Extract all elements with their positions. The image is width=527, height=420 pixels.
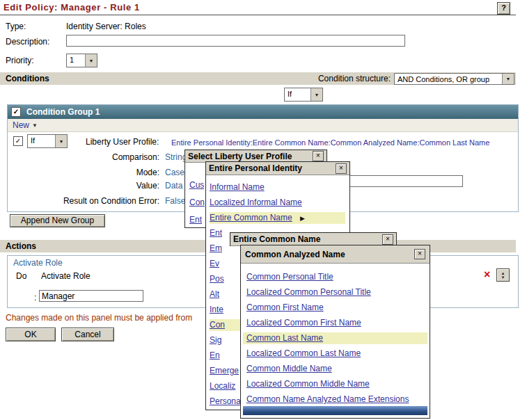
condition-structure-label: Condition structure: xyxy=(318,74,391,83)
close-icon[interactable]: × xyxy=(313,151,324,161)
condition-structure-select[interactable]: AND Conditions, OR group ▼ xyxy=(394,73,514,85)
popup-entire-common-name: Entire Common Name × xyxy=(230,232,397,246)
menu-item-label[interactable]: Ev xyxy=(210,259,219,268)
apply-note: Changes made on this panel must be appli… xyxy=(6,313,192,323)
role-name-input[interactable] xyxy=(39,290,143,302)
condition-group-title: Condition Group 1 xyxy=(26,107,100,117)
new-menu[interactable]: New ▼ xyxy=(8,119,518,132)
popup-title-bar: Entire Personal Identity × xyxy=(206,162,349,175)
description-label: Description: xyxy=(6,37,49,47)
param-colon-label: : xyxy=(34,293,36,302)
liberty-profile-label: Liberty User Profile: xyxy=(86,137,159,147)
conditions-section-bar: Conditions Condition structure: AND Cond… xyxy=(0,72,516,85)
if-select-value: If xyxy=(285,88,310,101)
append-new-group-button[interactable]: Append New Group xyxy=(10,214,105,227)
dropdown-arrow-icon: ▼ xyxy=(85,54,97,67)
menu-item-entire-common-name[interactable]: Entire Common Name ▶ xyxy=(210,212,345,224)
menu-item[interactable]: Common First Name xyxy=(246,302,425,314)
type-value: Identity Server: Roles xyxy=(66,22,146,31)
menu-item-label[interactable]: Em xyxy=(210,243,222,253)
menu-item[interactable]: Localized Informal Name xyxy=(210,197,345,209)
menu-item-label[interactable]: Common Last Name xyxy=(246,333,323,343)
condition-if-select[interactable]: If ▼ xyxy=(27,134,68,148)
menu-item[interactable]: Localized Common Last Name xyxy=(246,348,425,360)
menu-item-label[interactable]: Localized Common Last Name xyxy=(246,348,361,358)
menu-item-label[interactable]: Localized Common First Name xyxy=(246,318,361,328)
condition-group-checkbox[interactable]: ✓ xyxy=(11,107,21,117)
value-label: Value: xyxy=(13,181,159,191)
menu-item[interactable]: Common Middle Name xyxy=(246,363,425,375)
submenu-arrow-icon: ▶ xyxy=(300,215,305,222)
priority-select-value: 1 xyxy=(67,54,85,67)
help-icon[interactable]: ? xyxy=(497,2,510,15)
menu-item-label[interactable]: Localiz xyxy=(210,381,235,391)
menu-item[interactable]: Con xyxy=(189,197,205,209)
close-icon[interactable]: × xyxy=(382,234,393,245)
menu-item-label[interactable]: Sig xyxy=(210,335,221,345)
priority-select[interactable]: 1 ▼ xyxy=(66,54,97,67)
menu-item-label[interactable]: En xyxy=(210,350,220,360)
do-action-value: Activate Role xyxy=(41,271,91,281)
menu-item-label[interactable]: Pos xyxy=(210,274,224,284)
cancel-button[interactable]: Cancel xyxy=(61,328,114,341)
menu-item-label[interactable]: Entire Common Name xyxy=(210,213,292,223)
menu-item[interactable]: Common Name Analyzed Name Extensions xyxy=(246,394,425,405)
edit-policy-page: Edit Policy: Manager - Rule 1 ? Type: Id… xyxy=(0,0,527,420)
menu-item-label[interactable]: Emerge xyxy=(210,366,239,375)
close-icon[interactable]: × xyxy=(336,163,347,174)
menu-item-label[interactable]: Localized Common Personal Title xyxy=(246,287,371,297)
popup-title-bar: Common Analyzed Name × xyxy=(241,245,430,264)
activate-role-title[interactable]: Activate Role xyxy=(13,258,63,268)
menu-item-common-last-name[interactable]: Common Last Name xyxy=(243,332,427,344)
comparison-value[interactable]: String xyxy=(165,152,187,162)
menu-item-label[interactable]: Con xyxy=(210,320,225,330)
dropdown-arrow-icon: ▼ xyxy=(310,88,322,101)
menu-item[interactable]: Localized Common Middle Name xyxy=(246,378,425,390)
condition-row-checkbox[interactable]: ✓ xyxy=(13,136,23,146)
page-title: Edit Policy: Manager - Rule 1 xyxy=(3,2,140,13)
menu-item-label[interactable]: Common Middle Name xyxy=(246,364,332,373)
popup-title: Common Analyzed Name xyxy=(245,250,345,259)
title-divider xyxy=(0,15,516,15)
error-result-value[interactable]: False xyxy=(165,196,185,206)
menu-item[interactable]: Ent xyxy=(189,214,202,226)
menu-item-label[interactable]: Common Name Analyzed Name Extensions xyxy=(246,394,409,404)
menu-item-label[interactable]: Inte xyxy=(210,305,223,314)
priority-label: Priority: xyxy=(6,56,34,65)
reorder-icon[interactable]: ▲ ▼ xyxy=(496,268,510,282)
popup-common-analyzed-name: Common Analyzed Name × Common Personal T… xyxy=(240,245,430,419)
menu-item-label[interactable]: Cus xyxy=(189,180,204,190)
if-select[interactable]: If ▼ xyxy=(284,88,323,102)
comparison-label: Comparison: xyxy=(13,152,159,162)
new-menu-label: New xyxy=(13,120,29,130)
popup-title: Entire Personal Identity xyxy=(209,163,302,173)
menu-item-label[interactable]: Alt xyxy=(210,289,219,299)
menu-item-label[interactable]: Localized Common Middle Name xyxy=(246,379,370,389)
menu-item[interactable]: Localized Common First Name xyxy=(246,317,425,329)
popup-footer-bar xyxy=(243,406,427,415)
menu-item[interactable]: Cus xyxy=(189,179,204,191)
menu-item-label[interactable]: Ent xyxy=(210,228,222,238)
menu-item-label[interactable]: Con xyxy=(189,197,205,207)
condition-if-value: If xyxy=(28,135,55,147)
dropdown-arrow-icon: ▼ xyxy=(55,135,67,147)
menu-item-label[interactable]: Common Personal Title xyxy=(246,272,333,282)
menu-item-label[interactable]: Common First Name xyxy=(246,302,324,312)
menu-item-label[interactable]: Localized Informal Name xyxy=(210,197,302,207)
conditions-bar-label: Conditions xyxy=(0,74,49,83)
liberty-profile-value[interactable]: Entire Personal Identity:Entire Common N… xyxy=(171,138,489,147)
condition-group-header: ✓ Condition Group 1 xyxy=(8,105,518,119)
ok-button[interactable]: OK xyxy=(6,328,56,341)
close-icon[interactable]: × xyxy=(414,249,425,259)
menu-item[interactable]: Common Personal Title xyxy=(246,271,425,283)
menu-item-label[interactable]: Persona xyxy=(210,396,241,406)
menu-down-icon: ▼ xyxy=(32,122,38,129)
mode-label: Mode: xyxy=(13,168,159,177)
menu-item-label[interactable]: Ent xyxy=(189,215,202,225)
description-input[interactable] xyxy=(66,35,405,47)
delete-icon[interactable]: × xyxy=(484,270,490,280)
menu-item-label[interactable]: Informal Name xyxy=(210,182,265,192)
actions-bar-label: Actions xyxy=(0,241,36,251)
menu-item[interactable]: Informal Name xyxy=(210,181,345,193)
menu-item[interactable]: Localized Common Personal Title xyxy=(246,286,425,298)
